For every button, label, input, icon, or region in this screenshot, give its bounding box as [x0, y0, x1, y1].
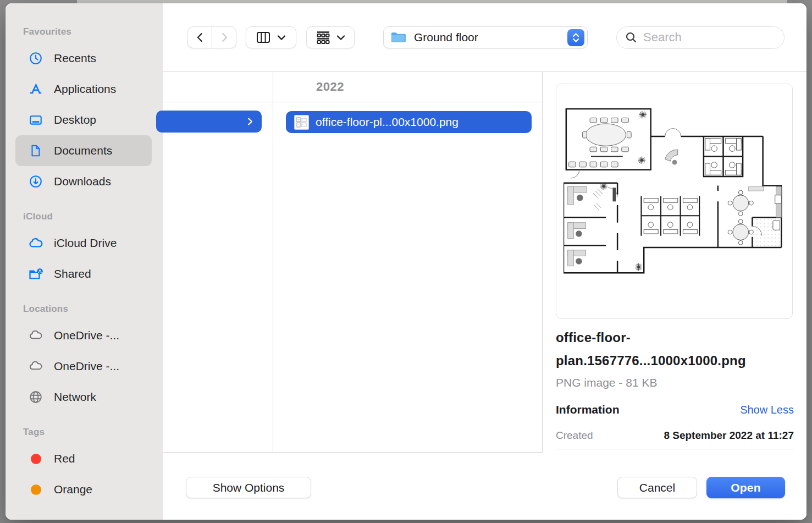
document-icon [27, 142, 44, 159]
orange-tag-icon [27, 481, 44, 498]
sidebar-item-icloud-drive[interactable]: iCloud Drive [15, 228, 152, 258]
folder-icon [390, 31, 407, 44]
search-icon [625, 31, 638, 44]
chevron-left-icon [194, 31, 206, 43]
sidebar-item-label: Applications [54, 82, 116, 96]
open-button[interactable]: Open [706, 477, 785, 498]
clock-icon [27, 50, 44, 67]
filename-line1: office-floor- [556, 330, 631, 345]
column-view-icon [256, 31, 270, 43]
browser-column-1[interactable] [163, 72, 273, 452]
navigation-buttons [187, 26, 236, 48]
preview-file-meta: PNG image - 81 KB [556, 376, 794, 389]
sidebar-item-label: Recents [54, 52, 96, 65]
dialog-footer: Show Options Cancel Open [163, 453, 807, 520]
folder-dropdown[interactable]: Ground floor [383, 26, 588, 48]
browser-area: 2022 office-floor-p [163, 72, 807, 453]
sidebar-item-desktop[interactable]: Desktop [15, 104, 152, 135]
sidebar-item-network[interactable]: Network [15, 382, 152, 412]
information-heading: Information [556, 403, 620, 416]
forward-button[interactable] [212, 26, 236, 48]
globe-icon [27, 389, 44, 405]
selected-file-row[interactable]: office-floor-pl...00x1000.png [286, 111, 532, 133]
browser-column-2[interactable]: 2022 office-floor-p [273, 72, 543, 452]
created-label: Created [556, 430, 593, 442]
shared-folder-icon [27, 266, 44, 282]
view-mode-button[interactable] [246, 26, 296, 48]
folder-dropdown-value: Ground floor [414, 31, 567, 44]
column-browser: 2022 office-floor-p [163, 72, 543, 453]
sidebar-item-label: Desktop [54, 113, 96, 126]
preview-pane: office-floor- plan.1567776...1000x1000.p… [543, 72, 807, 453]
chevron-down-icon [277, 35, 286, 41]
sidebar-section-tags: Tags [5, 421, 163, 443]
chevron-right-icon [218, 31, 230, 43]
created-value: 8 September 2022 at 11:27 [664, 430, 794, 442]
floor-plan-preview [564, 107, 786, 277]
back-button[interactable] [187, 26, 212, 48]
show-less-link[interactable]: Show Less [740, 404, 794, 416]
sidebar-item-label: Red [54, 452, 75, 465]
onedrive-cloud-icon [27, 327, 44, 344]
dialog-content: Ground floor [163, 3, 807, 520]
selected-file-label: office-floor-pl...00x1000.png [316, 115, 459, 129]
filename-line2: plan.1567776...1000x1000.png [556, 353, 746, 368]
sidebar-item-tag-red[interactable]: Red [15, 443, 152, 474]
sidebar-section-icloud: iCloud [5, 206, 163, 228]
preview-filename: office-floor- plan.1567776...1000x1000.p… [556, 326, 794, 372]
search-input[interactable] [643, 30, 770, 45]
cancel-button[interactable]: Cancel [617, 477, 697, 498]
sidebar-item-onedrive-1[interactable]: OneDrive -... [15, 320, 152, 351]
sidebar-item-label: OneDrive -... [54, 360, 119, 373]
sidebar-item-applications[interactable]: Applications [15, 74, 152, 104]
file-thumbnail-icon [294, 115, 309, 130]
sidebar-section-locations: Locations [5, 298, 163, 320]
sidebar-item-documents[interactable]: Documents [15, 135, 152, 166]
cloud-icon [27, 235, 44, 251]
selected-folder-row[interactable] [156, 111, 262, 133]
sidebar-item-label: iCloud Drive [54, 236, 117, 250]
sidebar-item-label: OneDrive -... [54, 329, 119, 342]
created-row: Created 8 September 2022 at 11:27 [556, 430, 794, 442]
sidebar: Favourites Recents Applications [5, 3, 163, 520]
sidebar-item-label: Downloads [54, 175, 111, 188]
desktop-icon [27, 112, 44, 128]
search-field[interactable] [616, 26, 785, 49]
red-tag-icon [27, 450, 44, 467]
dropdown-stepper-icon [567, 29, 584, 46]
show-options-button[interactable]: Show Options [186, 477, 311, 498]
sidebar-item-label: Documents [54, 144, 112, 157]
sidebar-item-downloads[interactable]: Downloads [15, 166, 152, 197]
sidebar-section-favourites: Favourites [5, 21, 163, 43]
appstore-icon [27, 81, 44, 97]
sidebar-item-recents[interactable]: Recents [15, 43, 152, 74]
sidebar-item-label: Orange [54, 483, 92, 496]
group-items-icon [316, 31, 330, 44]
preview-card [556, 84, 793, 319]
onedrive-cloud-icon [27, 358, 44, 375]
download-icon [27, 173, 44, 190]
open-file-dialog: Favourites Recents Applications [5, 3, 807, 520]
chevron-down-icon [336, 35, 345, 41]
group-by-button[interactable] [306, 26, 355, 48]
group-header-2022: 2022 [273, 72, 542, 102]
sidebar-item-onedrive-2[interactable]: OneDrive -... [15, 351, 152, 382]
chevron-right-icon [246, 117, 254, 126]
preview-divider [556, 449, 794, 449]
sidebar-item-tag-orange[interactable]: Orange [15, 474, 152, 505]
sidebar-item-shared[interactable]: Shared [15, 258, 152, 289]
sidebar-item-label: Shared [54, 267, 91, 280]
toolbar: Ground floor [163, 3, 807, 72]
sidebar-item-label: Network [54, 390, 96, 404]
